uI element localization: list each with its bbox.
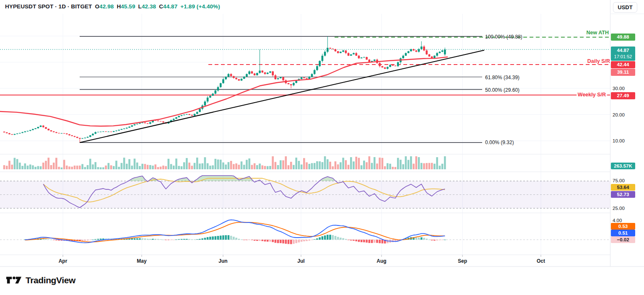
rsi-value-badge: 52.73 (611, 191, 635, 198)
chart-legend: HYPEUSDT SPOT · 1D · BITGETO42.98H45.59L… (5, 3, 220, 10)
price-axis-label: 4.00 (613, 218, 622, 223)
month-label-jul[interactable]: Jul (297, 258, 304, 264)
pane-separators (0, 0, 644, 267)
last-price-badge: 44.8717:01:52 (611, 47, 635, 61)
volume-series (3, 156, 446, 169)
new-ath-label[interactable]: New ATH (587, 30, 609, 36)
red-ma-line (0, 57, 447, 126)
price-axis-label: 30.00 (613, 86, 625, 91)
tradingview-logo[interactable]: TradingView (6, 274, 75, 286)
price-axis-label: 25.00 (613, 206, 625, 211)
rsi-ma-value-badge: 53.64 (611, 184, 635, 191)
macd-line (25, 220, 445, 243)
fib-label-50: 50.00% (29.60) (485, 87, 519, 93)
weekly-sr-price-badge: 27.49 (611, 92, 635, 99)
month-label-sep[interactable]: Sep (458, 258, 467, 264)
ohlc-key: C (159, 3, 163, 10)
ohlc-value: 42.38 (142, 3, 156, 10)
month-label-may[interactable]: May (137, 258, 146, 264)
new-ath-price-badge: 49.88 (611, 34, 635, 41)
price-axis-label: 75.00 (613, 178, 625, 183)
daily-sr-label[interactable]: Daily S/R (586, 58, 611, 64)
tradingview-logo-icon (6, 274, 22, 286)
weekly-sr-label[interactable]: Weekly S/R (576, 92, 607, 98)
ohlc-values: O42.98H45.59L42.38C44.87 (92, 3, 177, 10)
trendline (80, 50, 484, 143)
fib-label-618: 61.80% (34.39) (485, 75, 519, 80)
macd-pane (0, 220, 610, 244)
macd-hist-value-badge: −0.02 (611, 236, 635, 243)
daily-sr-low-badge: 39.11 (611, 69, 635, 76)
ohlc-key: H (117, 3, 121, 10)
month-label-apr[interactable]: Apr (59, 258, 68, 264)
ohlc-key: O (95, 3, 99, 10)
currency-toggle-button[interactable]: USDT (613, 2, 637, 13)
price-axis-label: 20.00 (613, 112, 625, 117)
symbol-title[interactable]: HYPEUSDT SPOT · 1D · BITGET (5, 3, 92, 10)
ohlc-key: L (138, 3, 142, 10)
fib-label-100: 100.00% (49.88) (485, 34, 522, 40)
volume-value-badge: 263.57K (611, 163, 635, 169)
ohlc-value: 44.87 (163, 3, 177, 10)
fib-label-0: 0.00% (9.32) (485, 140, 514, 145)
brand-name: TradingView (26, 275, 75, 285)
price-axis-label: 10.00 (613, 138, 625, 143)
month-label-jun[interactable]: Jun (218, 258, 227, 264)
tradingview-chart-app: HYPEUSDT SPOT · 1D · BITGETO42.98H45.59L… (0, 0, 644, 295)
month-label-oct[interactable]: Oct (537, 258, 545, 264)
chart-plot-area[interactable] (0, 0, 644, 295)
daily-sr-price-badge: 42.44 (611, 61, 635, 68)
time-axis-ticks (63, 255, 541, 257)
ohlc-value: 42.98 (99, 3, 114, 10)
grid-lines (0, 14, 610, 255)
change-value: +1.89 (+4.40%) (180, 3, 220, 10)
overlays (0, 50, 484, 143)
macd-value-badge: 0.51 (611, 230, 635, 236)
month-label-aug[interactable]: Aug (377, 258, 386, 264)
ohlc-value: 45.59 (121, 3, 135, 10)
rsi-pane (0, 176, 610, 208)
macd-signal-value-badge: 0.53 (611, 223, 635, 230)
